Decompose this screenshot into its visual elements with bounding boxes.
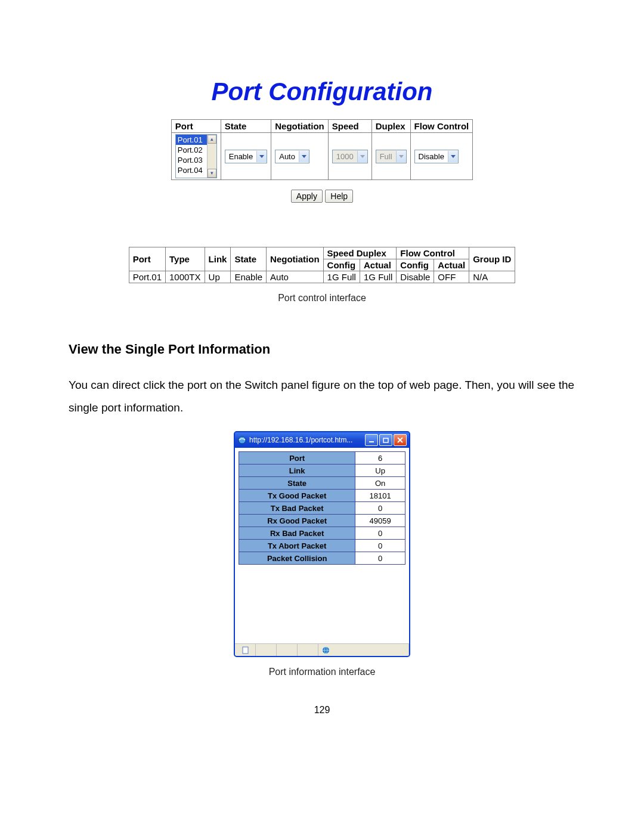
minimize-button[interactable] [365,434,378,446]
popup-titlebar[interactable]: http://192.168.16.1/portcot.htm... [235,432,409,448]
scroll-up-icon[interactable]: ▴ [208,135,216,144]
status-cell: Port.01 [129,271,165,283]
svg-rect-10 [243,647,248,654]
info-key: State [239,477,355,490]
chevron-down-icon [256,151,267,162]
state-select[interactable]: Enable [225,150,267,163]
section-heading: View the Single Port Information [69,342,575,357]
info-val: On [355,477,405,490]
chevron-down-icon [357,151,367,162]
status-table: Port Type Link State Negotiation Speed D… [129,247,516,283]
chevron-down-icon [299,151,309,162]
status-row: Port.01 1000TX Up Enable Auto 1G Full 1G… [129,271,515,283]
info-key: Packet Collision [239,552,355,565]
page-title: Port Configuration [69,78,575,106]
status-header-type: Type [166,247,205,271]
page-icon [242,646,249,654]
info-key: Link [239,465,355,477]
scroll-down-icon[interactable]: ▾ [208,169,216,178]
cfg-header-duplex: Duplex [371,120,410,133]
status-header-fc-config: Config [397,259,434,271]
info-key: Rx Good Packet [239,515,355,527]
negotiation-select-value: Auto [275,152,299,161]
popup-wrap: http://192.168.16.1/portcot.htm... Port6… [69,431,575,657]
status-cell [256,644,277,656]
cfg-header-speed: Speed [328,120,371,133]
status-header-state: State [231,247,267,271]
negotiation-select[interactable]: Auto [275,150,309,163]
paragraph: You can direct click the port on the Swi… [69,374,575,419]
status-header-sd-config: Config [323,259,360,271]
popup-body-fill [239,565,405,642]
info-val: 6 [355,452,405,465]
page-number: 129 [69,705,575,716]
apply-button[interactable]: Apply [291,190,323,203]
status-header-neg: Negotiation [267,247,324,271]
popup-title: http://192.168.16.1/portcot.htm... [249,436,364,444]
status-header-speedduplex: Speed Duplex [323,247,397,259]
status-cell [298,644,318,656]
status-header-flowcontrol: Flow Control [397,247,469,259]
info-key: Tx Good Packet [239,490,355,502]
status-header-group: Group ID [469,247,515,271]
status-cell: Up [205,271,231,283]
info-key: Rx Bad Packet [239,527,355,540]
maximize-button[interactable] [379,434,392,446]
status-table-wrap: Port Type Link State Negotiation Speed D… [69,247,575,283]
info-val: 0 [355,527,405,540]
document-page: Port Configuration Port State Negotiatio… [0,0,644,751]
status-header-fc-actual: Actual [434,259,469,271]
status-cell [277,644,298,656]
cfg-header-state: State [221,120,271,133]
help-button[interactable]: Help [325,190,353,203]
port-info-table: Port6 LinkUp StateOn Tx Good Packet18101… [239,451,405,565]
svg-rect-6 [369,441,374,442]
port-config-table-wrap: Port State Negotiation Speed Duplex Flow… [69,119,575,180]
status-cell: Auto [267,271,324,283]
status-cell: N/A [469,271,515,283]
svg-marker-0 [259,155,264,158]
cfg-header-flowcontrol: Flow Control [410,120,473,133]
status-zone [318,644,409,656]
info-val: Up [355,465,405,477]
info-key: Tx Bad Packet [239,502,355,515]
svg-marker-1 [302,155,306,158]
port-config-table: Port State Negotiation Speed Duplex Flow… [171,119,473,180]
ie-icon [237,435,247,445]
speed-select-value: 1000 [333,152,357,161]
popup-window: http://192.168.16.1/portcot.htm... Port6… [234,431,410,657]
status-cell: 1000TX [166,271,205,283]
status-header-sd-actual: Actual [360,259,396,271]
status-cell: Enable [231,271,267,283]
status-cell: Disable [397,271,434,283]
duplex-select: Full [376,150,407,163]
info-val: 18101 [355,490,405,502]
port-listbox[interactable]: Port.01 Port.02 Port.03 Port.04 ▴ ▾ [175,134,217,178]
button-row: Apply Help [69,190,575,203]
info-key: Port [239,452,355,465]
chevron-down-icon [448,151,458,162]
status-icon-cell [235,644,256,656]
status-cell: 1G Full [360,271,396,283]
svg-marker-3 [399,155,404,158]
svg-marker-4 [451,155,456,158]
flowcontrol-select[interactable]: Disable [414,150,459,163]
svg-marker-2 [360,155,365,158]
cfg-header-port: Port [171,120,221,133]
duplex-select-value: Full [376,152,396,161]
info-val: 0 [355,540,405,552]
status-cell: 1G Full [323,271,360,283]
speed-select: 1000 [332,150,368,163]
info-val: 0 [355,552,405,565]
info-key: Tx Abort Packet [239,540,355,552]
caption-port-info: Port information interface [69,667,575,677]
globe-icon [322,646,330,654]
state-select-value: Enable [225,152,256,161]
close-button[interactable] [394,434,407,446]
popup-body: Port6 LinkUp StateOn Tx Good Packet18101… [235,448,409,643]
status-header-port: Port [129,247,165,271]
svg-rect-7 [383,438,388,442]
popup-statusbar [235,643,409,656]
port-list-scrollbar[interactable]: ▴ ▾ [207,135,216,178]
status-cell: OFF [434,271,469,283]
